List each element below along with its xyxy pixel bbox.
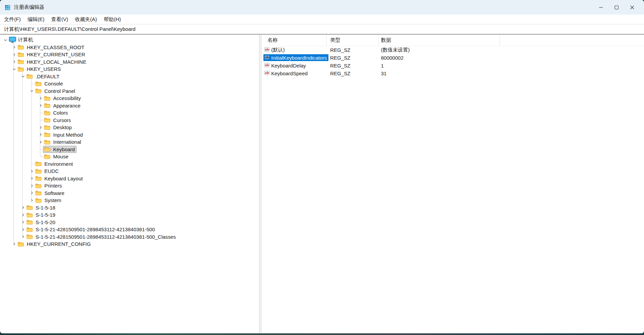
tree-item-accessibility[interactable]: Accessibility [0,95,259,102]
folder-icon [44,96,51,101]
value-row-keyboarddelay[interactable]: abKeyboardDelayREG_SZ1 [261,62,644,70]
tree-item-label: Control Panel [44,88,75,94]
value-type-cell: REG_SZ [327,71,379,76]
folder-icon [44,110,51,116]
tree-item-s-1-5-21-4281509501-2898453112-4213840381-500-classes[interactable]: S-1-5-21-4281509501-2898453112-421384038… [0,233,259,241]
value-row-keyboardspeed[interactable]: abKeyboardSpeedREG_SZ31 [261,70,644,77]
chevron-right-icon[interactable] [29,198,35,203]
chevron-right-icon[interactable] [20,227,26,232]
tree-item-mouse[interactable]: Mouse [0,153,259,160]
tree-item-label: Software [44,190,64,196]
tree-item-environment[interactable]: Environment [0,160,259,168]
value-type-cell: REG_SZ [327,55,379,61]
column-header-col0[interactable]: 名称 [261,35,327,46]
tree-item-label: EUDC [44,168,59,174]
chevron-right-icon[interactable] [12,52,17,57]
chevron-right-icon[interactable] [20,234,26,239]
tree-item-s-1-5-18[interactable]: S-1-5-18 [0,204,259,212]
tree-item-printers[interactable]: Printers [0,182,259,190]
tree-item-software[interactable]: Software [0,190,259,197]
tree-item-keyboard[interactable]: Keyboard [0,146,259,153]
tree-item-computer[interactable]: 计算机 [0,36,259,44]
tree-item-hkey-local-machine[interactable]: HKEY_LOCAL_MACHINE [0,58,259,66]
folder-icon [35,169,43,174]
menu-item-v[interactable]: 查看(V) [48,15,71,24]
folder-icon [44,125,51,130]
tree-item-label: Console [44,81,63,86]
chevron-right-icon[interactable] [38,125,43,130]
chevron-right-icon[interactable] [29,183,35,189]
tree-item-s-1-5-19[interactable]: S-1-5-19 [0,211,259,219]
menu-item-a[interactable]: 收藏夹(A) [71,15,100,24]
svg-text:ab: ab [265,63,269,67]
address-bar [0,24,644,35]
tree-item-hkey-current-user[interactable]: HKEY_CURRENT_USER [0,51,259,58]
chevron-down-icon[interactable] [20,74,26,79]
value-name-label: InitialKeyboardIndicators [271,55,327,61]
column-header-col1[interactable]: 类型 [327,35,379,46]
chevron-right-icon[interactable] [38,103,43,108]
tree-item-keyboard-layout[interactable]: Keyboard Layout [0,175,259,182]
tree-item-label: Printers [44,183,62,189]
chevron-right-icon[interactable] [12,59,17,64]
chevron-down-icon[interactable] [12,66,17,72]
value-row-initialkeyboardindicators[interactable]: abInitialKeyboardIndicatorsREG_SZ8000000… [261,54,644,62]
tree-item-label: HKEY_CURRENT_CONFIG [27,241,91,247]
tree-item-hkey-classes-root[interactable]: HKEY_CLASSES_ROOT [0,44,259,51]
tree-item-control-panel[interactable]: Control Panel [0,87,259,95]
chevron-right-icon[interactable] [38,132,43,137]
tree-item-hkey-current-config[interactable]: HKEY_CURRENT_CONFIG [0,240,259,248]
tree-item-console[interactable]: Console [0,80,259,87]
tree-item-label: S-1-5-21-4281509501-2898453112-421384038… [36,234,176,240]
chevron-down-icon[interactable] [3,37,8,43]
tree-item-cursors[interactable]: Cursors [0,117,259,124]
folder-icon [26,74,34,79]
value-name-label: (默认) [271,47,285,53]
chevron-right-icon[interactable] [20,205,26,210]
tree-item-hkey-users[interactable]: HKEY_USERS [0,65,259,73]
chevron-right-icon[interactable] [29,176,35,181]
tree-item-label: International [53,139,81,145]
folder-icon [26,212,34,218]
chevron-right-icon[interactable] [29,190,35,196]
maximize-button[interactable] [609,0,624,15]
close-button[interactable] [624,0,640,15]
chevron-down-icon[interactable] [29,88,35,94]
tree-item-appearance[interactable]: Appearance [0,102,259,110]
address-input[interactable] [0,24,644,34]
tree-item-system[interactable]: System [0,197,259,204]
tree-item-label: Desktop [53,124,72,130]
menu-item-e[interactable]: 编辑(E) [24,15,48,24]
chevron-right-icon[interactable] [38,139,43,145]
tree-item-input-method[interactable]: Input Method [0,131,259,139]
tree-item-label: HKEY_USERS [27,66,61,72]
value-row-r0[interactable]: ab(默认)REG_SZ(数值未设置) [261,46,644,54]
folder-icon [26,219,34,225]
minimize-button[interactable] [593,0,609,15]
tree-item-label: Appearance [53,103,81,109]
chevron-placeholder [38,110,43,116]
panel-splitter[interactable] [259,35,261,333]
tree-item-desktop[interactable]: Desktop [0,124,259,131]
column-header-col2[interactable]: 数据 [379,35,500,46]
chevron-right-icon[interactable] [20,212,26,218]
tree-item-colors[interactable]: Colors [0,109,259,117]
chevron-right-icon[interactable] [38,96,43,101]
folder-icon [35,198,43,203]
tree-item-s-1-5-21-4281509501-2898453112-4213840381-500[interactable]: S-1-5-21-4281509501-2898453112-421384038… [0,226,259,233]
tree-item-label: S-1-5-18 [36,205,55,211]
folder-icon [18,52,25,57]
registry-tree-panel: 计算机HKEY_CLASSES_ROOTHKEY_CURRENT_USERHKE… [0,35,259,333]
chevron-right-icon[interactable] [12,241,17,247]
tree-item-international[interactable]: International [0,138,259,146]
chevron-right-icon[interactable] [12,44,17,50]
chevron-right-icon[interactable] [29,169,35,174]
tree-item-eudc[interactable]: EUDC [0,168,259,175]
tree-item-s-1-5-20[interactable]: S-1-5-20 [0,219,259,226]
chevron-right-icon[interactable] [20,219,26,225]
menu-item-h[interactable]: 帮助(H) [100,15,124,24]
tree-item-default[interactable]: .DEFAULT [0,73,259,80]
tree-item-label: Keyboard [53,146,75,152]
folder-icon [44,139,51,145]
menu-item-f[interactable]: 文件(F) [1,15,24,24]
